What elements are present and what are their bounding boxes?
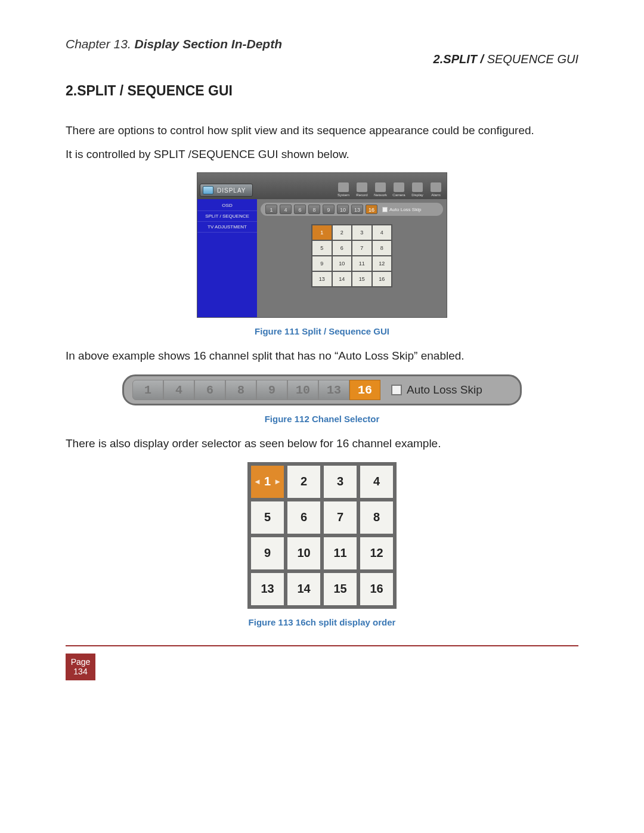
cs-10[interactable]: 10 xyxy=(287,380,318,400)
grid-cell[interactable]: 4 xyxy=(360,466,393,498)
nav-network[interactable]: Network xyxy=(372,182,389,197)
grid-cell[interactable]: 13 xyxy=(251,573,284,605)
grid-cell[interactable]: 15 xyxy=(324,573,357,605)
cs-6[interactable]: 6 xyxy=(194,380,225,400)
sidebar: OSD SPLIT / SEQUENCE TV ADJUSTMENT xyxy=(197,199,257,317)
chapter-name: Display Section In-Depth xyxy=(135,37,282,51)
page-number-tag: Page 134 xyxy=(66,654,95,681)
grid-cell[interactable]: 15 xyxy=(352,272,371,286)
checkbox-icon[interactable] xyxy=(382,207,388,212)
cs-8[interactable]: 8 xyxy=(225,380,256,400)
figure-113-caption: Figure 113 16ch split display order xyxy=(66,617,578,627)
grid-cell[interactable]: 16 xyxy=(373,272,392,286)
nav-display[interactable]: Display xyxy=(409,182,426,197)
running-head-bold: 2.SPLIT / xyxy=(434,52,484,66)
sel-16[interactable]: 16 xyxy=(366,205,377,214)
grid-cell[interactable]: 9 xyxy=(312,256,332,271)
nav-alarm[interactable]: Alarm xyxy=(428,182,444,197)
grid-cell[interactable]: 13 xyxy=(312,272,332,286)
paragraph-2: It is controlled by SPLIT /SEQUENCE GUI … xyxy=(66,147,578,162)
alarm-icon xyxy=(431,182,441,192)
grid-cell[interactable]: 11 xyxy=(352,256,371,271)
auto-loss-skip-small[interactable]: Auto Loss Skip xyxy=(382,207,421,212)
display-tab[interactable]: DISPLAY xyxy=(200,184,253,197)
sidebar-item-osd[interactable]: OSD xyxy=(197,200,257,211)
cs-13[interactable]: 13 xyxy=(318,380,349,400)
top-nav: System Record Network Camera Display Ala… xyxy=(335,182,444,198)
grid-cell[interactable]: 14 xyxy=(287,573,320,605)
figure-112-caption: Figure 112 Chanel Selector xyxy=(66,414,578,424)
sidebar-item-split-sequence[interactable]: SPLIT / SEQUENCE xyxy=(197,211,257,222)
grid-cell[interactable]: 12 xyxy=(360,537,393,569)
sel-13[interactable]: 13 xyxy=(351,205,363,214)
nav-camera[interactable]: Camera xyxy=(391,182,407,197)
sidebar-item-tv-adjustment[interactable]: TV ADJUSTMENT xyxy=(197,222,257,233)
grid-cell[interactable]: 10 xyxy=(287,537,320,569)
paragraph-3: In above example shows 16 channel split … xyxy=(66,348,578,364)
grid-cell[interactable]: 5 xyxy=(312,241,332,255)
record-icon xyxy=(357,182,367,192)
grid-cell[interactable]: 3 xyxy=(324,466,357,498)
sel-1[interactable]: 1 xyxy=(265,205,277,214)
als-label: Auto Loss Skip xyxy=(389,207,421,212)
page-number: 134 xyxy=(66,667,95,677)
grid-cell[interactable]: 8 xyxy=(373,241,392,255)
dvr-main: 1 4 6 8 9 10 13 16 Auto Loss Skip xyxy=(257,199,447,317)
paragraph-4: There is also display order selector as … xyxy=(66,436,578,451)
chevron-left-icon: ◄ xyxy=(253,477,261,486)
grid-cell[interactable]: 11 xyxy=(324,537,357,569)
chapter-title: Chapter 13. Display Section In-Depth xyxy=(66,37,578,51)
camera-icon xyxy=(394,182,404,192)
grid-cell[interactable]: 3 xyxy=(352,225,371,240)
sel-6[interactable]: 6 xyxy=(294,205,306,214)
grid-cell[interactable]: 7 xyxy=(352,241,371,255)
cs-1[interactable]: 1 xyxy=(132,380,163,400)
figure-111-caption: Figure 111 Split / Sequence GUI xyxy=(66,326,578,336)
channel-selector-small: 1 4 6 8 9 10 13 16 Auto Loss Skip xyxy=(261,203,443,216)
display-order-grid-large: ◄ 1 ► 2 3 4 5 6 7 8 9 10 11 12 13 14 15 … xyxy=(247,462,397,609)
monitor-icon xyxy=(203,186,213,194)
grid-cell[interactable]: 7 xyxy=(324,501,357,534)
display-tab-label: DISPLAY xyxy=(217,187,246,194)
checkbox-icon[interactable] xyxy=(391,385,402,395)
grid-cell[interactable]: 1 xyxy=(312,225,332,240)
running-head-rest: SEQUENCE GUI xyxy=(484,52,578,66)
grid-cell[interactable]: 6 xyxy=(287,501,320,534)
chapter-prefix: Chapter 13. xyxy=(66,37,131,51)
system-icon xyxy=(338,182,349,192)
display-icon xyxy=(412,182,423,192)
auto-loss-skip-large[interactable]: Auto Loss Skip xyxy=(391,383,482,397)
paragraph-1: There are options to control how split v… xyxy=(66,123,578,138)
grid-cell[interactable]: 4 xyxy=(373,225,392,240)
footer-rule xyxy=(66,645,578,646)
channel-selector-large: 1 4 6 8 9 10 13 16 Auto Loss Skip xyxy=(122,374,522,405)
grid-cell[interactable]: 2 xyxy=(287,466,320,498)
sel-4[interactable]: 4 xyxy=(280,205,292,214)
nav-system[interactable]: System xyxy=(335,182,352,197)
als-label: Auto Loss Skip xyxy=(407,383,482,397)
grid-cell[interactable]: 2 xyxy=(333,225,352,240)
grid-cell[interactable]: ◄ 1 ► xyxy=(251,466,284,498)
chevron-right-icon: ► xyxy=(274,477,281,486)
grid-cell[interactable]: 12 xyxy=(373,256,392,271)
display-order-grid-small: 1 2 3 4 5 6 7 8 9 10 11 12 13 14 xyxy=(311,224,392,287)
grid-cell[interactable]: 9 xyxy=(251,537,284,569)
sel-8[interactable]: 8 xyxy=(308,205,320,214)
section-title: 2.SPLIT / SEQUENCE GUI xyxy=(66,83,578,99)
running-head: 2.SPLIT / SEQUENCE GUI xyxy=(66,52,578,66)
sel-10[interactable]: 10 xyxy=(337,205,349,214)
page-label: Page xyxy=(66,657,95,667)
grid-cell[interactable]: 8 xyxy=(360,501,393,534)
sel-9[interactable]: 9 xyxy=(323,205,335,214)
grid-cell[interactable]: 5 xyxy=(251,501,284,534)
grid-cell[interactable]: 6 xyxy=(333,241,352,255)
grid-cell[interactable]: 10 xyxy=(333,256,352,271)
cs-4[interactable]: 4 xyxy=(163,380,194,400)
nav-record[interactable]: Record xyxy=(354,182,370,197)
dvr-screenshot: DISPLAY System Record Network Camera Dis… xyxy=(197,172,447,318)
cs-9[interactable]: 9 xyxy=(256,380,287,400)
network-icon xyxy=(375,182,386,192)
grid-cell[interactable]: 14 xyxy=(333,272,352,286)
grid-cell[interactable]: 16 xyxy=(360,573,393,605)
cs-16[interactable]: 16 xyxy=(349,380,380,400)
